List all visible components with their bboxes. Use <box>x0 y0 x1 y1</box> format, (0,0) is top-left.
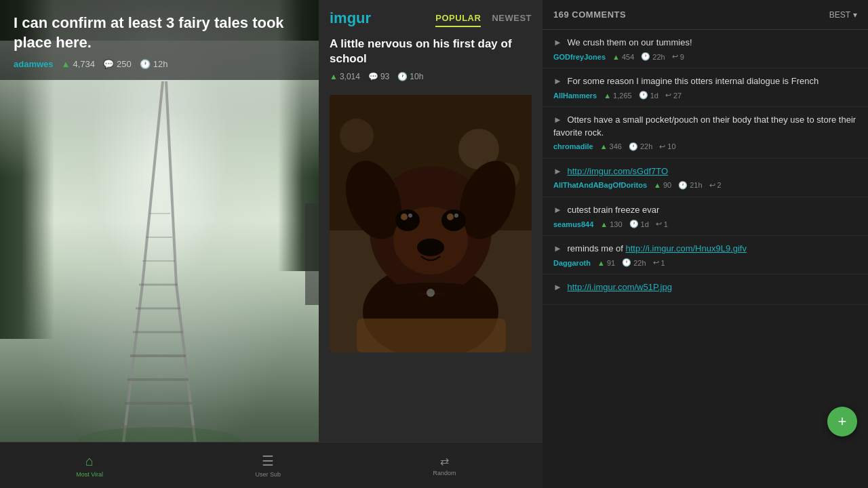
reply-icon: ↩ <box>709 181 715 190</box>
sort-label: BEST <box>829 10 850 20</box>
comment-item: ► For some reason I imagine this otters … <box>542 68 868 107</box>
comment-text: ► cutest brain freeze evar <box>553 204 857 216</box>
arrow-icon: ► <box>553 243 562 253</box>
sort-button[interactable]: BEST ▾ <box>829 10 857 20</box>
svg-rect-31 <box>357 319 506 352</box>
nav-most-viral[interactable]: ⌂ Most Viral <box>76 453 103 478</box>
comment-username[interactable]: Daggaroth <box>553 259 591 267</box>
comment-username[interactable]: chromadile <box>553 142 593 150</box>
svg-point-30 <box>427 289 435 297</box>
comment-time: 🕐 21h <box>678 181 702 190</box>
clock-icon: 🕐 <box>397 72 408 81</box>
upvote-icon: ▲ <box>612 53 620 61</box>
comment-meta: AllThatAndABagOfDoritos ▲ 90 🕐 21h ↩ 2 <box>553 181 857 190</box>
comment-meta: AllHammers ▲ 1,265 🕐 1d ↩ 27 <box>553 91 857 100</box>
chevron-down-icon: ▾ <box>853 10 857 20</box>
arrow-icon: ► <box>553 37 562 47</box>
post-image <box>330 95 532 352</box>
comment-icon: 💬 <box>368 72 378 81</box>
reply-icon: ↩ <box>653 258 659 267</box>
upvote-icon: ▲ <box>600 142 608 150</box>
post-title: A little nervous on his first day of sch… <box>330 37 532 66</box>
post-time: 🕐 10h <box>397 72 423 81</box>
newest-tab[interactable]: NEWEST <box>492 10 532 27</box>
comment-link[interactable]: http://i.imgur.com/Hnux9L9.gifv <box>625 243 746 253</box>
comment-meta: GODfreyJones ▲ 454 🕐 22h ↩ 9 <box>553 52 857 61</box>
comment-time: 🕐 22h <box>641 52 665 61</box>
nav-user-sub-label: User Sub <box>256 471 281 478</box>
comment-upvotes: ▲ 130 <box>600 220 622 228</box>
comment-time: 🕐 1d <box>639 91 658 100</box>
comment-upvotes: ▲ 346 <box>600 142 622 150</box>
post-meta: ▲ 3,014 💬 93 🕐 10h <box>330 72 532 81</box>
comment-text: ► http://i.imgur.com/w51P.jpg <box>553 281 857 293</box>
comment-text: ► reminds me of http://i.imgur.com/Hnux9… <box>553 243 857 255</box>
arrow-icon: ► <box>553 205 562 215</box>
comment-upvotes: ▲ 91 <box>597 259 615 267</box>
reply-icon: ↩ <box>659 142 665 151</box>
left-post-meta: adamwes ▲ 4,734 💬 250 🕐 12h <box>14 59 305 69</box>
comment-item: ► We crush them on our tummies! GODfreyJ… <box>542 30 868 68</box>
comment-time: 🕐 22h <box>629 142 652 151</box>
comment-username[interactable]: AllHammers <box>553 92 597 100</box>
comment-replies: ↩ 9 <box>672 52 684 61</box>
clock-icon: 🕐 <box>639 91 648 100</box>
clock-icon: 🕐 <box>629 142 638 151</box>
upvote-icon: ▲ <box>654 181 661 189</box>
comment-text: ► Otters have a small pocket/pouch on th… <box>553 114 857 138</box>
nav-random-label: Random <box>433 470 456 476</box>
popular-tab[interactable]: POPULAR <box>435 10 481 27</box>
nav-user-sub[interactable]: ☰ User Sub <box>256 453 281 478</box>
comment-username[interactable]: GODfreyJones <box>553 53 606 61</box>
right-panel: 169 COMMENTS BEST ▾ ► We crush them on o… <box>542 0 868 488</box>
clock-icon: 🕐 <box>678 181 688 190</box>
svg-point-27 <box>454 214 458 218</box>
comment-username[interactable]: AllThatAndABagOfDoritos <box>553 181 647 189</box>
comment-link[interactable]: http://imgur.com/sGdf7TO <box>568 166 669 176</box>
clock-icon: 🕐 <box>641 52 650 61</box>
comment-replies: ↩ 1 <box>656 220 668 228</box>
post-upvotes: ▲ 3,014 <box>330 72 360 81</box>
comment-upvotes: ▲ 90 <box>654 181 671 189</box>
app-container: I can confirm at least 3 fairy tales too… <box>0 0 868 488</box>
left-panel: I can confirm at least 3 fairy tales too… <box>0 0 319 488</box>
nav-random[interactable]: ⇄ Random <box>433 455 456 476</box>
comment-username[interactable]: seamus844 <box>553 220 593 228</box>
upvote-icon: ▲ <box>604 92 611 100</box>
random-icon: ⇄ <box>440 455 449 468</box>
svg-point-28 <box>417 239 444 256</box>
imgur-logo: imgur <box>330 9 371 27</box>
comment-upvotes: ▲ 454 <box>612 53 634 61</box>
svg-point-26 <box>408 214 412 218</box>
comment-replies: ↩ 10 <box>659 142 675 151</box>
comment-item: ► Otters have a small pocket/pouch on th… <box>542 107 868 158</box>
comment-icon: 💬 <box>103 59 114 69</box>
upvote-icon: ▲ <box>597 259 605 267</box>
left-username[interactable]: adamwes <box>14 59 54 69</box>
most-viral-icon: ⌂ <box>85 453 94 469</box>
reply-icon: ↩ <box>672 52 678 61</box>
nav-tabs: POPULAR NEWEST <box>435 10 532 27</box>
comments-header: 169 COMMENTS BEST ▾ <box>542 0 868 30</box>
comment-text: ► http://imgur.com/sGdf7TO <box>553 165 857 178</box>
comment-item: ► reminds me of http://i.imgur.com/Hnux9… <box>542 236 868 274</box>
user-sub-icon: ☰ <box>262 453 274 469</box>
left-time: 🕐 12h <box>140 59 168 69</box>
railway-tracks <box>0 81 319 454</box>
svg-point-22 <box>395 209 420 231</box>
clock-icon: 🕐 <box>622 258 631 267</box>
arrow-icon: ► <box>553 166 562 176</box>
upvote-icon: ▲ <box>330 72 338 81</box>
svg-point-16 <box>340 119 374 152</box>
reply-icon: ↩ <box>665 91 671 100</box>
post-card: A little nervous on his first day of sch… <box>319 27 542 95</box>
clock-icon: 🕐 <box>629 220 639 228</box>
plus-icon: + <box>838 414 847 429</box>
comment-link[interactable]: http://i.imgur.com/w51P.jpg <box>568 282 672 292</box>
post-comments: 💬 93 <box>368 72 389 81</box>
comment-item: ► cutest brain freeze evar seamus844 ▲ 1… <box>542 197 868 236</box>
upvote-icon: ▲ <box>600 220 608 228</box>
left-upvotes: ▲ 4,734 <box>62 59 95 69</box>
compose-button[interactable]: + <box>827 407 857 436</box>
comment-text: ► For some reason I imagine this otters … <box>553 75 857 87</box>
